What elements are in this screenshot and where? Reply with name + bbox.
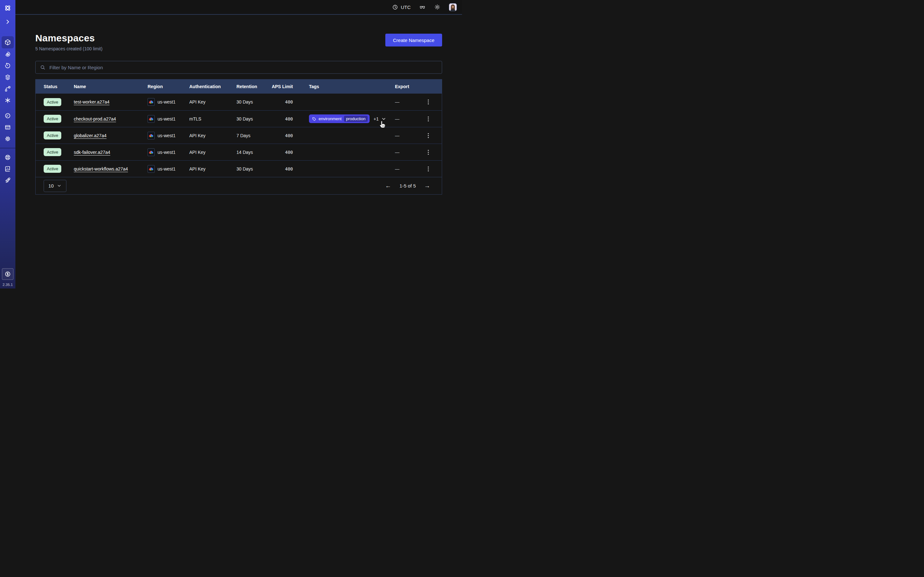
namespace-link[interactable]: quickstart-workflows.a27a4 [74,166,128,171]
gcp-cloud-logo [148,132,155,139]
pagination-controls: ← 1-5 of 5 → [385,182,430,189]
region-label: us-west1 [158,116,176,121]
next-page-button[interactable]: → [424,182,430,189]
support-lifebuoy-icon [4,154,11,161]
kebab-menu-icon [426,99,431,105]
namespaces-cube-icon [4,39,11,46]
gcp-cloud-logo [148,115,155,123]
sidebar-item-schedules[interactable] [2,60,14,71]
aps-limit-value: 400 [270,116,293,121]
credits-button[interactable] [2,268,13,280]
sidebar-expand-chevron-icon[interactable] [2,16,14,27]
page-title: Namespaces [35,33,102,44]
user-avatar[interactable] [449,3,457,11]
glasses-icon [419,4,426,11]
nexus-asterisk-icon [4,97,11,104]
settings-gear-icon [4,135,11,142]
sidebar-item-getting-started[interactable] [2,175,14,186]
sidebar-item-batch-operations[interactable] [2,83,14,95]
sidebar-divider [0,148,15,148]
region-label: us-west1 [158,99,176,105]
sidebar-item-workflows[interactable] [2,48,14,60]
namespace-link[interactable]: checkout-prod.a27a4 [74,116,116,121]
column-header-tags: Tags [293,84,391,89]
gcp-cloud-logo [148,165,155,173]
table-header-row: Status Name Region Authentication Retent… [36,79,442,93]
retention-label: 30 Days [236,99,270,105]
table-footer: 10 ← 1-5 of 5 → [36,177,442,194]
aps-limit-value: 400 [270,133,293,138]
tags-expand[interactable]: +1 [373,116,386,121]
column-header-region: Region [148,84,189,89]
main-content: Namespaces 5 Namespaces created (100 lim… [15,15,462,288]
table-row: Active test-worker.a27a4 us-west1 A [36,93,442,110]
data-converter-button[interactable] [419,4,426,11]
app-version: 2.35.1 [3,283,13,287]
kebab-menu-icon [426,166,431,172]
create-namespace-button[interactable]: Create Namespace [385,34,442,47]
theme-sun-icon [434,4,441,10]
sidebar-item-nexus[interactable] [2,95,14,106]
row-menu-button[interactable] [419,133,437,139]
page-size-select[interactable]: 10 [44,180,66,192]
sidebar-item-support[interactable] [2,152,14,163]
credits-dollar-icon [4,271,11,277]
tag-key: environment [318,116,342,121]
column-header-retention: Retention [236,84,270,89]
column-header-authentication: Authentication [189,84,236,89]
region-label: us-west1 [158,150,176,155]
sidebar-item-usage[interactable] [2,110,14,121]
getting-started-rocket-icon [4,177,11,184]
status-badge: Active [44,98,61,106]
batch-operations-branch-icon [4,85,11,92]
sidebar-item-docs[interactable] [2,163,14,175]
row-menu-button[interactable] [419,99,437,105]
sidebar-item-deployments[interactable] [2,71,14,83]
sidebar-item-settings[interactable] [2,133,14,145]
column-header-status: Status [44,84,74,89]
namespace-link[interactable]: sdk-failover.a27a4 [74,150,110,155]
sidebar-nav-secondary [2,110,14,145]
column-header-export: Export [391,84,419,89]
aps-limit-value: 400 [270,166,293,171]
row-menu-button[interactable] [419,149,437,155]
namespace-count-subtitle: 5 Namespaces created (100 limit) [35,46,102,51]
namespace-link[interactable]: globalizer.a27a4 [74,133,107,138]
row-menu-button[interactable] [419,116,437,122]
deployments-layers-icon [4,74,11,81]
theme-toggle-button[interactable] [434,4,441,10]
auth-label: API Key [189,150,236,155]
temporal-logo[interactable] [2,2,14,14]
kebab-menu-icon [426,116,431,122]
column-header-name: Name [74,84,148,89]
auth-label: mTLS [189,116,236,121]
gcp-cloud-logo [148,98,155,106]
namespace-link[interactable]: test-worker.a27a4 [74,99,110,105]
pagination-range-label: 1-5 of 5 [399,183,416,189]
sidebar-item-billing[interactable] [2,121,14,133]
retention-label: 30 Days [236,166,270,171]
chevron-down-icon [57,183,61,188]
timezone-label: UTC [401,5,411,10]
table-body: Active test-worker.a27a4 us-west1 A [36,93,442,177]
tag-pill[interactable]: environment production [309,114,370,123]
retention-label: 14 Days [236,150,270,155]
page-size-value: 10 [48,183,54,189]
row-menu-button[interactable] [419,166,437,172]
filter-input[interactable] [49,64,438,71]
export-value: — [391,133,419,138]
sidebar-nav-primary [2,36,14,106]
search-icon [40,64,45,70]
export-value: — [391,150,419,155]
sidebar-item-namespaces[interactable] [2,36,14,48]
previous-page-button[interactable]: ← [385,182,391,189]
table-row: Active quickstart-workflows.a27a4 us-wes… [36,160,442,177]
chevron-down-icon [381,116,386,121]
avatar-image [449,3,457,11]
timezone-selector[interactable]: UTC [392,4,411,10]
auth-label: API Key [189,133,236,138]
table-row: Active globalizer.a27a4 us-west1 AP [36,127,442,143]
tag-icon [312,117,317,121]
status-badge: Active [44,148,61,156]
region-label: us-west1 [158,166,176,171]
